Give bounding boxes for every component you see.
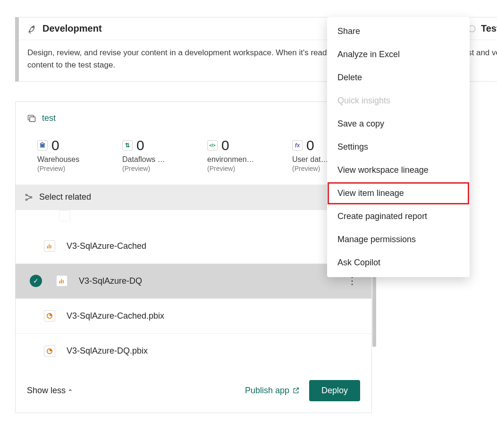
stat-label: environmen… [207,155,264,164]
menu-item-view-item-lineage[interactable]: View item lineage [327,182,470,205]
svg-point-1 [469,25,475,32]
svg-rect-11 [61,279,62,284]
workspace-footer: Show less Publish app Deploy [16,369,371,413]
workspace-icon [27,113,36,123]
workspace-name[interactable]: test [42,113,56,123]
userdata-icon: fx [292,140,303,151]
list-item[interactable]: V3-SqlAzure-Cached.pbix [16,299,371,334]
workspace-stats: 🏛 0 Warehouses (Preview) ⇅ 0 Dataflows …… [16,123,371,185]
pbix-icon [44,310,55,321]
stage-title-dev: Development [42,23,102,34]
svg-rect-7 [47,246,48,248]
stat-preview: (Preview) [122,165,179,172]
stat-count: 0 [136,137,144,153]
stat-count: 0 [51,137,59,153]
menu-item-quick-insights: Quick insights [327,89,470,112]
menu-item-delete[interactable]: Delete [327,66,470,89]
menu-item-share[interactable]: Share [327,20,470,43]
stage-title-test: Test [481,23,497,34]
workspace-card-dev: test 🏛 0 Warehouses (Preview) ⇅ 0 Datafl… [15,101,372,413]
pbix-icon [44,346,55,357]
report-icon [44,240,55,252]
select-related-icon [24,193,34,202]
stat-dataflows: ⇅ 0 Dataflows … (Preview) [122,137,179,172]
scrollbar-thumb[interactable] [372,267,376,347]
stat-preview: (Preview) [207,165,264,172]
svg-rect-12 [63,280,64,283]
svg-rect-9 [51,245,51,248]
dataflow-icon: ⇅ [122,140,133,151]
menu-item-ask-copilot[interactable]: Ask Copilot [327,251,470,274]
svg-rect-3 [30,117,35,122]
report-icon [59,210,70,221]
stat-label: Warehouses [37,155,94,164]
svg-rect-8 [49,245,50,249]
menu-item-view-workspace-lineage[interactable]: View workspace lineage [327,159,470,182]
svg-point-4 [25,194,27,195]
select-related-bar: Select related ✕ 1 s [16,185,371,210]
list-item[interactable]: ✓ V3-SqlAzure-DQ ⋮ [16,264,371,299]
menu-item-analyze-excel[interactable]: Analyze in Excel [327,43,470,66]
list-item-partial [16,210,371,229]
menu-item-create-paginated-report[interactable]: Create paginated report [327,205,470,228]
report-icon [56,275,67,287]
svg-rect-10 [59,281,60,283]
svg-point-6 [30,196,32,198]
warehouse-icon: 🏛 [37,140,48,151]
list-item[interactable]: V3-SqlAzure-Cached [16,229,371,264]
stat-warehouses: 🏛 0 Warehouses (Preview) [37,137,94,172]
stat-environments: </> 0 environmen… (Preview) [207,137,264,172]
item-name: V3-SqlAzure-DQ [79,276,142,286]
publish-label: Publish app [245,386,289,396]
stat-preview: (Preview) [37,165,94,172]
menu-item-manage-permissions[interactable]: Manage permissions [327,228,470,251]
context-menu: Share Analyze in Excel Delete Quick insi… [327,17,470,277]
svg-point-0 [33,26,34,27]
item-name: V3-SqlAzure-Cached [67,241,146,251]
stat-count: 0 [306,137,314,153]
svg-point-5 [25,199,27,200]
show-less-toggle[interactable]: Show less [27,386,73,396]
item-name: V3-SqlAzure-DQ.pbix [67,346,148,356]
stat-count: 0 [221,137,229,153]
environment-icon: </> [207,140,218,151]
rocket-icon [27,24,38,34]
external-link-icon [292,387,300,394]
publish-app-link[interactable]: Publish app [245,386,300,396]
select-related-label[interactable]: Select related [39,192,91,202]
stat-label: Dataflows … [122,155,179,164]
check-icon[interactable]: ✓ [30,275,42,287]
list-item[interactable]: V3-SqlAzure-DQ.pbix [16,334,371,369]
item-list: V3-SqlAzure-Cached ✓ V3-SqlAzure-DQ ⋮ V3… [16,210,371,369]
item-name: V3-SqlAzure-Cached.pbix [67,311,164,321]
deploy-button[interactable]: Deploy [309,380,360,401]
workspace-header: test [16,102,371,123]
menu-item-settings[interactable]: Settings [327,135,470,159]
menu-item-save-copy[interactable]: Save a copy [327,112,470,135]
